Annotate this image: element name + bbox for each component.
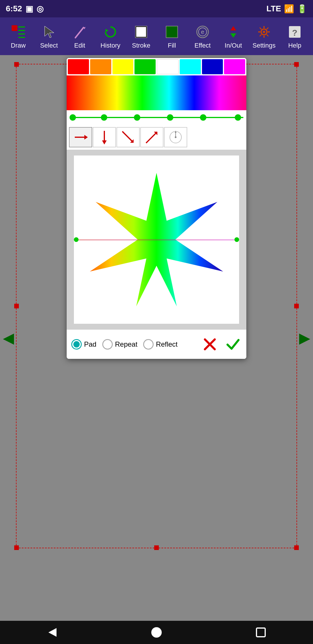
svg-rect-10 [166,26,178,38]
svg-line-25 [260,35,261,36]
inout-label: In/Out [225,42,242,49]
history-label: History [101,42,120,49]
swatch-yellow[interactable] [112,59,134,74]
repeat-radio[interactable] [102,339,113,350]
svg-line-5 [75,28,83,38]
svg-rect-0 [12,25,17,31]
gradient-dot-right [234,237,239,242]
edit-icon [71,23,88,41]
toolbar-help[interactable]: ? Help [283,23,306,49]
color-swatches-row [67,58,246,75]
gradient-stop-5[interactable] [235,114,241,121]
history-icon [102,23,119,41]
pad-radio[interactable] [71,339,82,350]
gradient-stop-3[interactable] [167,114,173,121]
toolbar-inout[interactable]: In/Out [222,23,245,49]
pad-option[interactable]: Pad [71,339,97,350]
svg-line-32 [122,131,133,142]
swatch-blue[interactable] [202,59,223,74]
battery-icon: 🔋 [297,4,307,14]
handle-tl [14,62,19,67]
cancel-button[interactable] [201,336,219,353]
swatch-magenta[interactable] [224,59,245,74]
gradient-line [70,117,243,118]
edit-label: Edit [74,42,85,49]
reflect-radio[interactable] [143,339,154,350]
repeat-option[interactable]: Repeat [102,339,137,350]
direction-buttons [67,125,246,150]
svg-text:e: e [201,29,204,35]
gradient-stop-0[interactable] [70,114,76,121]
home-button[interactable] [148,624,165,641]
lte-label: LTE [266,4,281,13]
gradient-indicator-line [74,240,239,240]
svg-marker-43 [48,628,57,637]
svg-text:?: ? [292,28,297,37]
settings-label: Settings [252,42,276,49]
svg-point-44 [151,627,162,638]
status-bar: 6:52 ▣ ◎ LTE 📶 🔋 [0,0,313,17]
handle-mr [294,304,299,308]
swatch-white[interactable] [157,59,179,74]
handle-tr [294,62,299,67]
toolbar-edit[interactable]: Edit [68,23,91,49]
recents-button[interactable] [252,624,270,641]
dir-radial-button[interactable] [164,127,187,147]
rainbow-gradient-bar[interactable] [67,75,246,110]
toolbar: Draw Select Edit History [0,17,313,55]
pad-label: Pad [84,340,97,348]
gradient-stop-1[interactable] [101,114,107,121]
svg-marker-15 [230,33,236,38]
dir-down-button[interactable] [93,127,116,147]
toolbar-select[interactable]: Select [37,23,61,49]
stroke-label: Stroke [132,42,150,49]
gradient-stop-2[interactable] [134,114,140,121]
status-right: LTE 📶 🔋 [266,4,307,14]
handle-bm [154,545,159,550]
reflect-option[interactable]: Reflect [143,339,178,350]
help-icon: ? [286,23,303,41]
toolbar-settings[interactable]: Settings [252,23,276,49]
effect-label: Effect [194,42,211,49]
toolbar-draw[interactable]: Draw [7,23,30,49]
toolbar-effect[interactable]: e Effect [191,23,214,49]
inout-icon [225,23,242,41]
time: 6:52 [6,4,22,13]
handle-ml [14,304,19,308]
swatch-orange[interactable] [90,59,111,74]
toolbar-fill[interactable]: Fill [160,23,183,49]
toolbar-stroke[interactable]: Stroke [130,23,153,49]
status-left: 6:52 ▣ ◎ [6,4,43,14]
swatch-cyan[interactable] [180,59,201,74]
gradient-editor-modal: Pad Repeat Reflect [67,58,246,359]
dir-right-button[interactable] [69,127,92,147]
svg-line-24 [267,28,268,29]
swatch-red[interactable] [68,59,89,74]
svg-rect-9 [136,27,146,37]
arrow-left: ◀ [3,330,14,346]
help-label: Help [288,42,301,49]
back-button[interactable] [43,624,61,641]
svg-marker-31 [102,140,107,144]
draw-label: Draw [11,42,26,49]
toolbar-history[interactable]: History [99,23,122,49]
star-preview [74,155,239,324]
select-label: Select [40,42,58,49]
svg-marker-14 [230,26,236,30]
swatch-green[interactable] [134,59,156,74]
svg-point-17 [263,31,265,33]
gradient-stop-4[interactable] [200,114,206,121]
pad-radio-inner [73,341,80,348]
dir-diagonal-up-button[interactable] [140,127,163,147]
repeat-label: Repeat [115,340,137,348]
dir-diagonal-down-button[interactable] [117,127,140,147]
settings-icon [255,23,273,41]
effect-icon: e [194,23,211,41]
target-icon: ◎ [37,4,43,14]
svg-marker-7 [105,29,108,32]
svg-rect-45 [256,628,265,637]
select-icon [40,23,58,41]
canvas-area: ◀ ▶ [0,55,313,621]
confirm-button[interactable] [224,336,242,353]
options-row: Pad Repeat Reflect [67,330,246,359]
